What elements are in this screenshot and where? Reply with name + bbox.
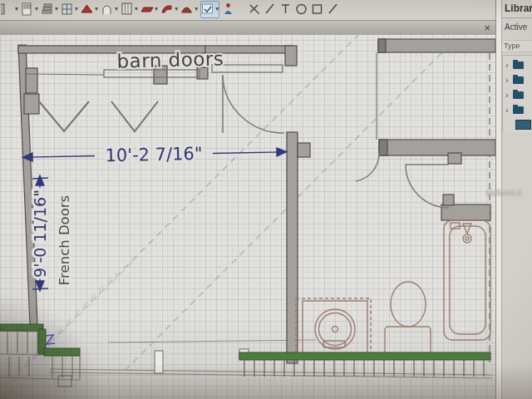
line-tool-icon <box>264 2 277 16</box>
railing-balusters <box>243 360 489 377</box>
text-tool[interactable] <box>279 0 293 18</box>
dashed-diagonal-lines <box>17 34 451 372</box>
library-tree: ›››› <box>502 55 532 132</box>
panel-filter-label[interactable]: Type <box>502 40 532 52</box>
library-tree-folder[interactable]: › <box>503 72 532 87</box>
chevron-right-icon[interactable]: › <box>505 106 513 115</box>
chevron-right-icon[interactable]: › <box>505 76 513 85</box>
cabinet-tool-icon <box>121 2 134 16</box>
dome-tool[interactable]: ▾ <box>180 0 198 18</box>
app-window: 10'-2 7/16" 9'-0 11/16" French Doors bar… <box>0 0 532 399</box>
library-tree-folder[interactable]: › <box>503 57 532 72</box>
slab-tool-icon <box>140 2 154 16</box>
french-door-symbols[interactable] <box>39 101 158 131</box>
deck-railing[interactable] <box>0 324 490 360</box>
secondary-bar: × <box>0 20 495 35</box>
dropdown-arrow-icon[interactable]: ▾ <box>215 6 219 12</box>
panel-title: Library <box>502 0 532 18</box>
french-doors-label[interactable]: French Doors <box>57 195 72 285</box>
dimension-width-text: 10'-2 7/16" <box>105 144 202 165</box>
watermark: StellarMLS <box>485 189 532 200</box>
dropdown-arrow-icon[interactable]: ▾ <box>75 6 78 12</box>
arch-opening-tool-icon <box>101 2 114 16</box>
edge-tool-icon <box>1 2 14 16</box>
dropdown-arrow-icon[interactable]: ▾ <box>195 6 198 12</box>
dropdown-arrow-icon[interactable]: ▾ <box>55 6 58 12</box>
slab-tool[interactable]: ▾ <box>140 0 158 18</box>
deck-posts <box>155 349 249 373</box>
dimension-height-text: 9'-0 11/16" <box>31 190 49 278</box>
sink <box>315 309 355 349</box>
folder-icon <box>513 91 524 99</box>
dropdown-arrow-icon[interactable]: ▾ <box>15 6 18 12</box>
dropdown-arrow-icon[interactable]: ▾ <box>35 6 38 12</box>
text-tool-icon <box>279 2 293 16</box>
curved-roof-tool-icon <box>160 2 174 16</box>
dimension-width[interactable]: 10'-2 7/16" <box>22 142 287 168</box>
delete-tool-icon <box>248 2 261 16</box>
dropdown-arrow-icon[interactable]: ▾ <box>175 6 178 12</box>
library-tree-folder[interactable]: › <box>503 87 532 102</box>
bathroom-fixtures[interactable] <box>296 220 490 359</box>
window-tool[interactable]: ▾ <box>61 0 78 18</box>
floorplan[interactable]: 10'-2 7/16" 9'-0 11/16" French Doors bar… <box>0 0 532 399</box>
dimension-height[interactable]: 9'-0 11/16" <box>31 175 49 291</box>
build-stack-tool[interactable]: ▾ <box>41 0 58 18</box>
curved-roof-tool[interactable]: ▾ <box>160 0 178 18</box>
panel-divider[interactable] <box>495 0 502 399</box>
dropdown-arrow-icon[interactable]: ▾ <box>115 6 118 12</box>
line-tool[interactable] <box>264 0 277 18</box>
library-tree-folder[interactable]: › <box>503 102 532 117</box>
walkthrough-person-tool[interactable] <box>222 0 235 18</box>
display-options-tool-icon <box>201 2 214 16</box>
build-stack-tool-icon <box>41 2 54 16</box>
circle-tool-icon <box>295 2 308 16</box>
delete-tool[interactable] <box>248 0 261 18</box>
circle-tool[interactable] <box>295 0 308 18</box>
dome-tool-icon <box>180 2 194 16</box>
box-tool[interactable] <box>311 0 324 18</box>
library-tree-selected-item[interactable] <box>503 117 532 132</box>
toilet-tank <box>385 327 431 355</box>
dropdown-arrow-icon[interactable]: ▾ <box>95 6 98 12</box>
chevron-right-icon[interactable]: › <box>505 61 513 70</box>
window-tool-icon <box>61 2 74 16</box>
dropdown-arrow-icon[interactable]: ▾ <box>155 6 158 12</box>
toilet-bowl <box>391 282 426 327</box>
panel-subtitle: Active <box>502 21 532 33</box>
folder-icon <box>513 62 524 69</box>
library-panel: Library Active Type ›››› <box>502 0 532 399</box>
arch-opening-tool[interactable]: ▾ <box>101 0 118 18</box>
edge-tool[interactable]: ▾ <box>1 0 18 18</box>
barn-doors-label[interactable]: barn doors <box>116 47 224 71</box>
bathtub <box>444 220 490 340</box>
folder-icon <box>513 106 524 114</box>
door-tool-icon <box>21 2 34 16</box>
walkthrough-person-tool-icon <box>222 2 235 16</box>
angled-line-tool-icon <box>327 2 340 16</box>
angled-line-tool[interactable] <box>327 0 340 18</box>
close-icon[interactable]: × <box>479 22 495 33</box>
cabinet-tool[interactable]: ▾ <box>121 0 138 18</box>
selected-thumbnail <box>515 120 531 130</box>
dropdown-arrow-icon[interactable]: ▾ <box>135 6 138 12</box>
box-tool-icon <box>311 2 324 16</box>
chevron-right-icon[interactable]: › <box>505 91 513 100</box>
door-tool[interactable]: ▾ <box>21 0 38 18</box>
display-options-tool[interactable]: ▾ <box>200 1 219 18</box>
roof-tool[interactable]: ▾ <box>81 0 98 18</box>
roof-tool-icon <box>81 2 94 16</box>
main-toolbar: ▾▾▾▾▾▾▾▾▾▾▾ <box>0 0 495 18</box>
folder-icon <box>513 76 524 84</box>
